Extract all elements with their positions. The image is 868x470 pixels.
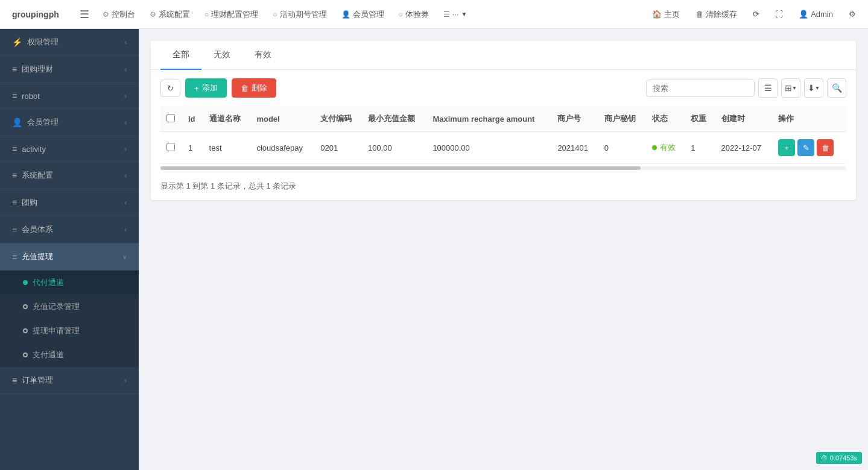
- perf-value: 0.07453s: [830, 454, 857, 462]
- btn-clear-cache[interactable]: 🗑 清除缓存: [689, 6, 743, 23]
- search-input[interactable]: [646, 80, 755, 97]
- dot-icon-2: [23, 304, 28, 309]
- sidebar-subitem-daifutongdao[interactable]: 代付通道: [0, 271, 139, 295]
- main-layout: ⚡ 权限管理 ‹ ≡ 团购理财 ‹ ≡ robot ‹ 👤 会员管理 ‹: [0, 29, 868, 470]
- sidebar-label-chongzhi: 充值提现: [22, 251, 53, 262]
- col-header-minamount: 最小充值金额: [362, 106, 426, 132]
- col-header-merchantkey: 商户秘钥: [598, 106, 646, 132]
- row-delete-button[interactable]: 🗑: [817, 139, 834, 156]
- huiyuan-icon: 👤: [12, 118, 22, 127]
- row-edit-button[interactable]: ✎: [797, 139, 814, 156]
- col-header-action: 操作: [772, 106, 846, 132]
- tab-all[interactable]: 全部: [160, 41, 201, 70]
- cell-status: 有效: [646, 132, 685, 164]
- nav-item-console[interactable]: ⚙ 控制台: [97, 5, 141, 24]
- sidebar-subitem-tixian-shenqing[interactable]: 提现申请管理: [0, 319, 139, 343]
- huiyuan-tixi-icon: ≡: [12, 225, 17, 234]
- performance-badge: ⏱ 0.07453s: [816, 452, 862, 464]
- nav-item-activity[interactable]: ○ 活动期号管理: [267, 5, 332, 24]
- cell-maxamount: 100000.00: [426, 132, 551, 164]
- nav-system-config-label: 系统配置: [159, 9, 190, 20]
- sidebar-item-huiyuan-tixi[interactable]: ≡ 会员体系 ‹: [0, 216, 139, 243]
- hamburger-icon[interactable]: ☰: [75, 5, 94, 24]
- row-add-button[interactable]: +: [778, 139, 795, 156]
- sidebar-item-huiyuan-guanli[interactable]: 👤 会员管理 ‹: [0, 109, 139, 136]
- sidebar-item-tuangou-licai[interactable]: ≡ 团购理财 ‹: [0, 56, 139, 83]
- tab-bar: 全部 无效 有效: [151, 41, 856, 70]
- content-area: 全部 无效 有效 ↻ + 添加: [139, 29, 868, 470]
- col-header-paycode: 支付编码: [314, 106, 362, 132]
- horizontal-scrollbar[interactable]: [160, 166, 846, 170]
- table-wrapper: Id 通道名称 model 支付编码 最小充值金额 Maximum rechar…: [151, 106, 856, 164]
- licai-icon: ○: [204, 10, 209, 19]
- action-buttons: + ✎ 🗑: [778, 139, 840, 156]
- sidebar-label-robot: robot: [22, 92, 40, 101]
- select-all-checkbox[interactable]: [166, 114, 175, 122]
- export-btn[interactable]: ⬇ ▼: [804, 78, 823, 98]
- col-header-merchantid: 商户号: [551, 106, 598, 132]
- delete-button[interactable]: 🗑 删除: [232, 78, 276, 98]
- nav-more-label: ···: [452, 10, 459, 19]
- sidebar-label-activity: activity: [22, 145, 46, 154]
- fullscreen-icon: ⛶: [775, 10, 783, 19]
- console-icon: ⚙: [103, 10, 109, 19]
- chevron-right-icon-2: ‹: [125, 66, 127, 73]
- more-icon: ☰: [443, 10, 450, 19]
- nav-item-member[interactable]: 👤 会员管理: [335, 5, 390, 24]
- row-checkbox-0[interactable]: [166, 143, 175, 151]
- btn-settings[interactable]: ⚙: [843, 7, 862, 22]
- header-checkbox-cell: [160, 106, 182, 132]
- col-header-weight: 权重: [685, 106, 715, 132]
- chongzhi-icon: ≡: [12, 252, 17, 262]
- btn-admin[interactable]: 👤 Admin: [793, 7, 839, 22]
- table-row: 1 test cloudsafepay 0201 100.00 100000.0…: [160, 132, 846, 164]
- xitong-icon: ≡: [12, 171, 17, 180]
- nav-item-licai[interactable]: ○ 理财配置管理: [198, 5, 264, 24]
- activity-nav-icon: ○: [273, 10, 277, 19]
- btn-home[interactable]: 🏠 主页: [646, 6, 686, 23]
- active-dot-icon: [23, 280, 28, 285]
- sidebar-item-quanxian[interactable]: ⚡ 权限管理 ‹: [0, 29, 139, 56]
- activity-sidebar-icon: ≡: [12, 144, 17, 154]
- sidebar-item-robot[interactable]: ≡ robot ‹: [0, 83, 139, 109]
- sidebar-item-xitong-peizhi[interactable]: ≡ 系统配置 ‹: [0, 162, 139, 189]
- top-nav-right: 🏠 主页 🗑 清除缓存 ⟳ ⛶ 👤 Admin ⚙: [646, 6, 862, 23]
- nav-item-system-config[interactable]: ⚙ 系统配置: [144, 5, 196, 24]
- chevron-right-icon: ‹: [125, 39, 127, 46]
- status-text: 有效: [660, 142, 676, 153]
- list-view-btn[interactable]: ☰: [758, 78, 778, 98]
- sidebar-label-tuangou-licai: 团购理财: [22, 64, 53, 75]
- pagination-info: 显示第 1 到第 1 条记录，总共 1 条记录: [151, 172, 856, 200]
- dingdan-icon: ≡: [12, 375, 17, 385]
- btn-refresh-nav[interactable]: ⟳: [747, 7, 765, 22]
- refresh-button[interactable]: ↻: [160, 80, 180, 97]
- sidebar-subitem-zhifu-tongdao[interactable]: 支付通道: [0, 343, 139, 367]
- sidebar-label-xitong: 系统配置: [22, 170, 53, 181]
- btn-fullscreen[interactable]: ⛶: [769, 7, 789, 22]
- add-button[interactable]: + 添加: [185, 78, 227, 98]
- col-header-maxamount: Maximum recharge amount: [426, 106, 551, 132]
- subitem-tixian-label: 提现申请管理: [33, 325, 80, 336]
- nav-item-coupon[interactable]: ○ 体验券: [393, 5, 435, 24]
- tab-valid[interactable]: 有效: [242, 41, 284, 70]
- tuangou-licai-icon: ≡: [12, 64, 17, 74]
- sidebar-subitem-chongzhi-jilu[interactable]: 充值记录管理: [0, 295, 139, 319]
- cell-id: 1: [182, 132, 203, 164]
- nav-item-more[interactable]: ☰ ··· ▼: [437, 6, 474, 22]
- chevron-right-icon-9: ‹: [125, 377, 127, 384]
- col-header-model: model: [250, 106, 314, 132]
- status-dot: [652, 145, 657, 150]
- sidebar-item-chongzhi-tixian[interactable]: ≡ 充值提现 ∨: [0, 243, 139, 271]
- grid-view-btn[interactable]: ⊞ ▼: [781, 78, 800, 98]
- sidebar-label-huiyuan-guanli: 会员管理: [27, 117, 59, 128]
- tab-invalid[interactable]: 无效: [201, 41, 242, 70]
- cell-weight: 1: [685, 132, 715, 164]
- sidebar-item-tuangou[interactable]: ≡ 团购 ‹: [0, 189, 139, 216]
- search-btn[interactable]: 🔍: [827, 78, 846, 98]
- admin-avatar-icon: 👤: [799, 10, 808, 19]
- app-logo: groupingph: [6, 10, 72, 19]
- nav-licai-label: 理财配置管理: [211, 9, 258, 20]
- sidebar-item-activity[interactable]: ≡ activity ‹: [0, 136, 139, 162]
- sidebar-label-huiyuan-tixi: 会员体系: [22, 224, 53, 235]
- sidebar-item-dingdan[interactable]: ≡ 订单管理 ‹: [0, 367, 139, 394]
